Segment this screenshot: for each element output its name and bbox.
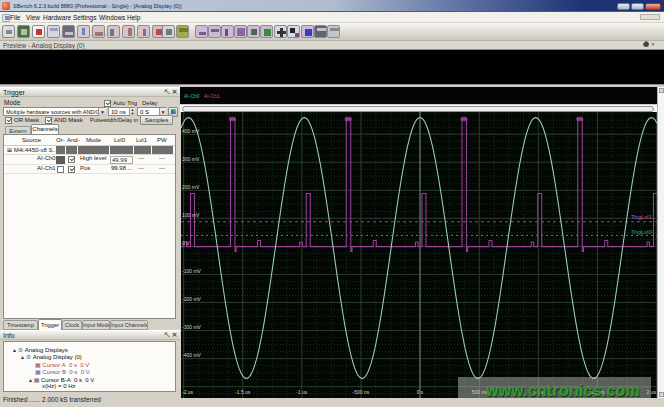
- svg-text:400 mV: 400 mV: [182, 128, 200, 134]
- svg-text:-1.5 us: -1.5 us: [235, 389, 251, 395]
- svg-text:-1 us: -1 us: [296, 389, 308, 395]
- svg-text:100 mV: 100 mV: [182, 212, 200, 218]
- svg-text:0 V: 0 V: [182, 240, 190, 246]
- svg-text:TrigLvl1: TrigLvl1: [631, 214, 653, 220]
- svg-text:TrigLvl0: TrigLvl0: [631, 229, 653, 235]
- svg-text:-500 ns: -500 ns: [353, 389, 370, 395]
- svg-text:0 s: 0 s: [417, 389, 424, 395]
- svg-text:-2 us: -2 us: [182, 389, 194, 395]
- svg-text:300 mV: 300 mV: [182, 156, 200, 162]
- svg-text:-200 mV: -200 mV: [182, 296, 202, 302]
- svg-text:-400 mV: -400 mV: [182, 352, 202, 358]
- svg-text:-300 mV: -300 mV: [182, 324, 202, 330]
- svg-text:200 mV: 200 mV: [182, 184, 200, 190]
- svg-text:-100 mV: -100 mV: [182, 268, 202, 274]
